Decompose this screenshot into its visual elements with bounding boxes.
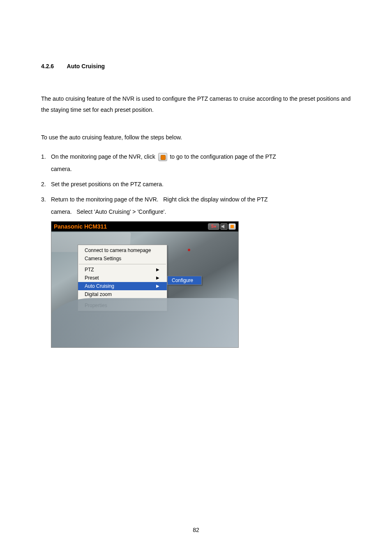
step-text: to go to the configuration page of the P… bbox=[170, 153, 276, 160]
svg-rect-1 bbox=[231, 225, 234, 228]
menu-item-digital-zoom[interactable]: Digital zoom bbox=[78, 290, 167, 298]
menu-label: Auto Cruising bbox=[85, 282, 114, 290]
window-title: Panasonic HCM311 bbox=[54, 222, 107, 231]
menu-label: PTZ bbox=[85, 266, 94, 274]
step-text: Select 'Auto Cruising' > 'Configure'. bbox=[76, 208, 166, 215]
speaker-icon[interactable] bbox=[220, 223, 228, 230]
menu-separator bbox=[79, 300, 166, 300]
camera-config-icon[interactable] bbox=[228, 223, 236, 230]
submenu-item-configure[interactable]: Configure bbox=[168, 276, 201, 284]
window-titlebar: Panasonic HCM311 S● bbox=[51, 222, 238, 231]
submenu-arrow-icon: ▶ bbox=[156, 283, 159, 289]
menu-label: Configure bbox=[172, 277, 193, 284]
intro-paragraph: The auto cruising feature of the NVR is … bbox=[41, 93, 351, 115]
screenshot-figure: Panasonic HCM311 S● Connect to camera ho… bbox=[51, 221, 239, 348]
section-title: Auto Cruising bbox=[67, 63, 105, 69]
step-text: Right click the display window of the PT… bbox=[163, 196, 267, 203]
camera-video-area[interactable]: Connect to camera homepage Camera Settin… bbox=[51, 231, 238, 347]
menu-label: Digital zoom bbox=[85, 291, 112, 298]
svg-marker-0 bbox=[221, 224, 224, 229]
step-2: 2.Set the preset positions on the PTZ ca… bbox=[41, 178, 351, 190]
section-number: 4.2.6 bbox=[41, 62, 54, 71]
menu-item-preset[interactable]: Preset ▶ bbox=[78, 274, 167, 282]
menu-label: Preset bbox=[85, 274, 99, 282]
section-heading: 4.2.6 Auto Cruising bbox=[41, 62, 351, 71]
submenu-arrow-icon: ▶ bbox=[156, 266, 159, 273]
menu-item-camera-settings[interactable]: Camera Settings bbox=[78, 254, 167, 263]
step-1: 1.On the monitoring page of the NVR, cli… bbox=[41, 151, 351, 175]
menu-label: Properties bbox=[85, 302, 107, 310]
submenu-arrow-icon: ▶ bbox=[156, 275, 159, 281]
step-text: On the monitoring page of the NVR, click bbox=[51, 153, 155, 160]
titlebar-buttons: S● bbox=[208, 223, 236, 230]
menu-label: Connect to camera homepage bbox=[85, 247, 151, 254]
menu-item-connect-homepage[interactable]: Connect to camera homepage bbox=[78, 246, 167, 254]
step-number: 1. bbox=[41, 151, 51, 163]
menu-label: Camera Settings bbox=[85, 255, 121, 263]
step-text: Return to the monitoring page of the NVR… bbox=[51, 196, 158, 203]
step-text: Set the preset positions on the PTZ came… bbox=[51, 181, 164, 187]
step-text: camera. bbox=[51, 208, 72, 215]
submenu: Configure bbox=[167, 276, 202, 285]
steps-list: 1.On the monitoring page of the NVR, cli… bbox=[41, 151, 351, 218]
step-number: 3. bbox=[41, 194, 51, 206]
menu-item-auto-cruising[interactable]: Auto Cruising ▶ bbox=[78, 282, 167, 290]
page-number: 82 bbox=[0, 525, 392, 534]
record-dot-icon bbox=[188, 249, 190, 251]
step-text: camera. bbox=[41, 163, 351, 175]
menu-item-ptz[interactable]: PTZ ▶ bbox=[78, 266, 167, 274]
configure-camera-icon bbox=[158, 153, 167, 161]
context-menu: Connect to camera homepage Camera Settin… bbox=[78, 245, 167, 311]
step-3: 3.Return to the monitoring page of the N… bbox=[41, 194, 351, 218]
menu-item-properties[interactable]: Properties bbox=[78, 301, 167, 310]
lead-paragraph: To use the auto cruising feature, follow… bbox=[41, 132, 351, 143]
record-indicator-icon[interactable]: S● bbox=[208, 223, 219, 230]
step-number: 2. bbox=[41, 178, 51, 190]
